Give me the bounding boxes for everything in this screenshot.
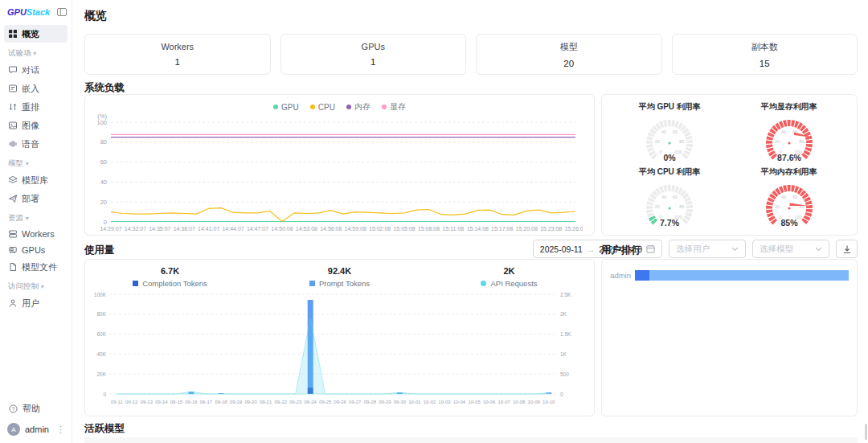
select-model-placeholder: 选择模型 [760,244,793,255]
sidebar-bottom: ? 帮助 A admin ⋮ [0,400,72,439]
legend-label: 内存 [354,101,371,113]
svg-text:09-19: 09-19 [230,400,243,404]
sidebar-item-workers[interactable]: Workers [4,226,68,241]
ranking-bar-segment[interactable] [635,270,649,281]
svg-text:14:44:07: 14:44:07 [222,226,244,232]
gauge-chart: 02040608010085% [741,178,837,228]
svg-text:80: 80 [799,139,804,144]
sidebar-item-chat[interactable]: 对话 [4,61,68,79]
select-model-dropdown[interactable]: 选择模型 [752,240,829,258]
system-load-legend: GPUCPU内存显存 [85,95,594,113]
svg-text:15:08:08: 15:08:08 [418,226,440,232]
svg-text:15:14:08: 15:14:08 [467,226,489,232]
svg-text:14:29:07: 14:29:07 [100,226,121,232]
sidebar-item-model-catalog[interactable]: 模型库 [4,171,68,189]
group-label: 资源 [8,213,23,222]
stat-value: 1 [175,57,180,67]
ranking-row-admin: admin [608,270,849,281]
stat-card-models[interactable]: 模型 20 [476,34,662,75]
sidebar-item-label: 重排 [22,101,39,113]
stat-card-replicas[interactable]: 副本数 15 [672,34,858,75]
more-options-icon[interactable]: ⋮ [56,425,65,435]
active-models-section-title: 活跃模型 [84,422,125,436]
sidebar-group-resources[interactable]: 资源 ▾ [0,208,72,225]
sidebar-item-deployments[interactable]: 部署 [4,190,68,207]
image-icon [8,121,18,130]
usage-stat-value: 6.7K [161,266,179,276]
sidebar-item-label: 概览 [22,28,39,40]
date-range-picker[interactable]: 2025-09-11 → 2025-10-10 [533,240,662,258]
user-name: admin [25,425,49,434]
svg-text:(%): (%) [97,113,107,120]
legend-completion-tokens[interactable]: Completion Tokens [133,279,207,288]
select-user-dropdown[interactable]: 选择用户 [669,240,746,258]
sidebar-group-access-control[interactable]: 访问控制 ▾ [0,277,72,293]
system-load-section-title: 系统负载 [84,81,125,95]
stat-label: 副本数 [751,41,778,53]
help-label: 帮助 [23,403,40,415]
help-button[interactable]: ? 帮助 [9,403,63,415]
sidebar-menu: 概览试验场 ▾对话嵌入重排图像语音模型 ▾模型库部署资源 ▾WorkersGPU… [0,23,72,312]
download-button[interactable] [836,240,858,258]
avatar: A [7,423,20,436]
workers-icon [8,229,18,239]
svg-text:15:17:08: 15:17:08 [491,226,513,232]
stat-card-workers[interactable]: Workers 1 [84,34,271,75]
svg-text:09-11: 09-11 [111,400,124,404]
legend-item-cpu[interactable]: CPU [310,101,335,113]
sidebar-item-label: 语音 [22,138,39,150]
sidebar-item-embedding[interactable]: 嵌入 [4,80,68,97]
system-load-chart: 020406080100(%)14:29:0714:32:0714:35:071… [85,113,583,233]
legend-item-memory[interactable]: 内存 [346,101,371,113]
usage-stats: 6.7K Completion Tokens 92.4K Prompt Toke… [85,260,594,288]
svg-text:15:23:08: 15:23:08 [540,226,562,232]
svg-text:10-01: 10-01 [408,400,421,404]
svg-text:80: 80 [679,139,684,144]
svg-text:100K: 100K [94,292,107,297]
svg-text:10-05: 10-05 [468,400,481,404]
sidebar-item-label: 图像 [22,120,39,132]
stat-label: GPUs [362,42,385,51]
sidebar-group-playground[interactable]: 试验场 ▾ [0,43,72,60]
sidebar-item-voice[interactable]: 语音 [4,135,68,153]
scrollbar-thumb[interactable] [865,424,867,440]
gauge-title: 平均显存利用率 [761,101,817,113]
usage-chart: 0020K50040K1K60K1.5K80K2K100K2.5K09-1109… [85,288,588,410]
svg-text:09-22: 09-22 [274,400,287,404]
legend-dot [346,105,351,109]
sidebar-group-models[interactable]: 模型 ▾ [0,154,72,170]
gauge-value: 87.6% [777,153,801,162]
deploy-icon [8,194,18,203]
sidebar-item-label: 模型库 [22,174,48,187]
legend-item-gpu[interactable]: GPU [273,101,299,113]
svg-text:14:38:07: 14:38:07 [174,226,195,232]
user-menu[interactable]: A admin ⋮ [7,423,65,436]
sidebar-item-model-files[interactable]: 模型文件 [4,258,68,276]
svg-text:2.5K: 2.5K [560,292,571,297]
svg-text:80K: 80K [96,311,106,317]
legend-api-requests[interactable]: API Requests [481,279,537,288]
sidebar-collapse-icon[interactable] [57,7,67,17]
svg-text:09-30: 09-30 [394,400,407,404]
svg-text:09-20: 09-20 [244,400,257,404]
svg-text:60: 60 [100,158,107,166]
svg-text:09-25: 09-25 [319,400,332,404]
sidebar-item-overview[interactable]: 概览 [4,25,68,43]
legend-prompt-tokens[interactable]: Prompt Tokens [309,279,370,288]
sidebar-item-rerank[interactable]: 重排 [4,98,68,116]
gauge-value: 7.7% [660,218,680,228]
gauge-chart: 0204060801007.7% [621,178,718,228]
svg-text:40: 40 [100,178,107,186]
stat-card-gpus[interactable]: GPUs 1 [280,34,467,75]
sidebar-item-gpus[interactable]: GPUs [4,242,68,257]
sidebar-item-users[interactable]: 用户 [4,294,68,312]
catalog-icon [8,175,18,185]
gauge-title: 平均 GPU 利用率 [639,101,701,113]
legend-item-vram[interactable]: 显存 [382,101,406,113]
svg-text:40: 40 [661,195,666,199]
svg-text:09-28: 09-28 [364,400,377,404]
sidebar-item-image[interactable]: 图像 [4,117,68,134]
svg-text:20: 20 [774,139,779,144]
ranking-bar-segment[interactable] [649,270,849,281]
stat-cards: Workers 1 GPUs 1 模型 20 副本数 15 [84,34,858,75]
